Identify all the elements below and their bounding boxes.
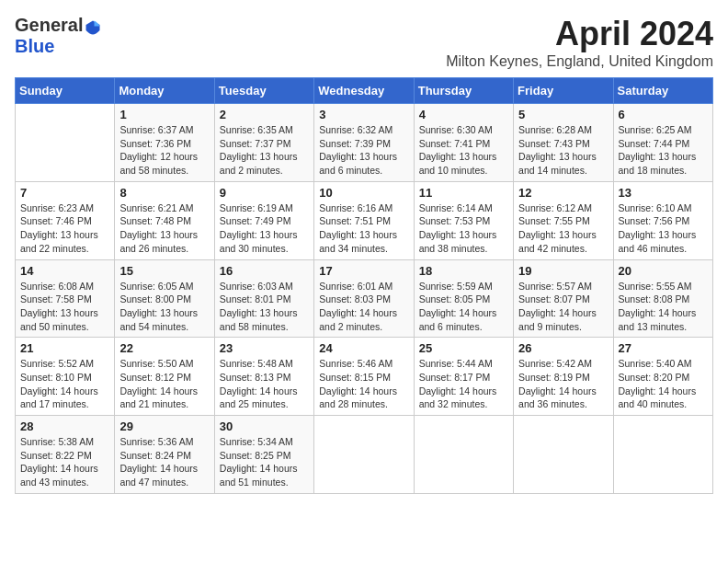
day-detail: Sunrise: 6:21 AMSunset: 7:48 PMDaylight:… xyxy=(119,201,209,256)
calendar-cell: 6Sunrise: 6:25 AMSunset: 7:44 PMDaylight… xyxy=(613,104,712,182)
day-detail: Sunrise: 6:28 AMSunset: 7:43 PMDaylight:… xyxy=(518,123,608,178)
day-number: 23 xyxy=(220,341,309,355)
calendar-week-row: 28Sunrise: 5:38 AMSunset: 8:22 PMDayligh… xyxy=(16,416,713,494)
day-number: 21 xyxy=(20,341,109,355)
day-detail: Sunrise: 6:03 AMSunset: 8:01 PMDaylight:… xyxy=(220,280,309,334)
day-detail: Sunrise: 5:50 AMSunset: 8:12 PMDaylight:… xyxy=(119,357,209,411)
day-detail: Sunrise: 6:01 AMSunset: 8:03 PMDaylight:… xyxy=(319,280,408,334)
day-number: 22 xyxy=(119,341,209,355)
calendar-cell: 24Sunrise: 5:46 AMSunset: 8:15 PMDayligh… xyxy=(314,338,414,416)
calendar-cell: 11Sunrise: 6:14 AMSunset: 7:53 PMDayligh… xyxy=(414,181,513,259)
day-detail: Sunrise: 5:34 AMSunset: 8:25 PMDaylight:… xyxy=(220,435,309,489)
calendar-week-row: 7Sunrise: 6:23 AMSunset: 7:46 PMDaylight… xyxy=(16,181,713,259)
calendar-cell: 9Sunrise: 6:19 AMSunset: 7:49 PMDaylight… xyxy=(214,181,313,259)
day-detail: Sunrise: 5:48 AMSunset: 8:13 PMDaylight:… xyxy=(220,357,309,411)
calendar-cell: 3Sunrise: 6:32 AMSunset: 7:39 PMDaylight… xyxy=(314,104,414,182)
day-detail: Sunrise: 5:44 AMSunset: 8:17 PMDaylight:… xyxy=(419,357,508,411)
logo-icon xyxy=(85,19,101,36)
calendar-cell: 4Sunrise: 6:30 AMSunset: 7:41 PMDaylight… xyxy=(414,104,513,182)
logo-text: General xyxy=(15,15,101,36)
calendar-table: SundayMondayTuesdayWednesdayThursdayFrid… xyxy=(15,77,713,494)
calendar-cell: 29Sunrise: 5:36 AMSunset: 8:24 PMDayligh… xyxy=(115,416,214,494)
calendar-week-row: 21Sunrise: 5:52 AMSunset: 8:10 PMDayligh… xyxy=(16,338,713,416)
day-number: 29 xyxy=(119,419,209,433)
day-of-week-header: Tuesday xyxy=(214,78,313,104)
day-detail: Sunrise: 6:37 AMSunset: 7:36 PMDaylight:… xyxy=(119,123,209,178)
day-detail: Sunrise: 6:19 AMSunset: 7:49 PMDaylight:… xyxy=(220,201,309,256)
calendar-cell: 18Sunrise: 5:59 AMSunset: 8:05 PMDayligh… xyxy=(414,259,513,338)
day-number: 30 xyxy=(220,419,309,433)
day-detail: Sunrise: 5:52 AMSunset: 8:10 PMDaylight:… xyxy=(20,357,109,411)
calendar-cell: 12Sunrise: 6:12 AMSunset: 7:55 PMDayligh… xyxy=(514,181,613,259)
day-of-week-header: Saturday xyxy=(613,78,712,104)
day-number: 8 xyxy=(119,186,209,200)
day-number: 7 xyxy=(20,186,109,200)
day-number: 26 xyxy=(518,341,608,355)
calendar-body: 1Sunrise: 6:37 AMSunset: 7:36 PMDaylight… xyxy=(16,104,713,494)
day-detail: Sunrise: 6:23 AMSunset: 7:46 PMDaylight:… xyxy=(20,201,109,256)
day-number: 6 xyxy=(619,108,708,121)
day-of-week-header: Friday xyxy=(514,78,613,104)
page-header: General Blue April 2024 Milton Keynes, E… xyxy=(15,15,713,70)
title-block: April 2024 Milton Keynes, England, Unite… xyxy=(446,15,713,70)
day-of-week-header: Thursday xyxy=(414,78,513,104)
day-detail: Sunrise: 5:42 AMSunset: 8:19 PMDaylight:… xyxy=(518,357,608,411)
day-detail: Sunrise: 5:57 AMSunset: 8:07 PMDaylight:… xyxy=(518,280,608,334)
calendar-week-row: 1Sunrise: 6:37 AMSunset: 7:36 PMDaylight… xyxy=(16,104,713,182)
logo-general: General xyxy=(15,15,83,35)
day-number: 13 xyxy=(619,186,708,200)
calendar-cell: 10Sunrise: 6:16 AMSunset: 7:51 PMDayligh… xyxy=(314,181,414,259)
calendar-cell: 27Sunrise: 5:40 AMSunset: 8:20 PMDayligh… xyxy=(613,338,712,416)
calendar-cell: 28Sunrise: 5:38 AMSunset: 8:22 PMDayligh… xyxy=(16,416,115,494)
calendar-cell: 26Sunrise: 5:42 AMSunset: 8:19 PMDayligh… xyxy=(514,338,613,416)
day-detail: Sunrise: 5:59 AMSunset: 8:05 PMDaylight:… xyxy=(419,280,508,334)
day-detail: Sunrise: 6:08 AMSunset: 7:58 PMDaylight:… xyxy=(20,280,109,334)
calendar-cell: 1Sunrise: 6:37 AMSunset: 7:36 PMDaylight… xyxy=(115,104,214,182)
calendar-cell: 22Sunrise: 5:50 AMSunset: 8:12 PMDayligh… xyxy=(115,338,214,416)
calendar-cell: 13Sunrise: 6:10 AMSunset: 7:56 PMDayligh… xyxy=(613,181,712,259)
calendar-cell: 7Sunrise: 6:23 AMSunset: 7:46 PMDaylight… xyxy=(16,181,115,259)
day-number: 4 xyxy=(419,108,508,121)
day-number: 28 xyxy=(20,419,109,433)
calendar-week-row: 14Sunrise: 6:08 AMSunset: 7:58 PMDayligh… xyxy=(16,259,713,338)
day-detail: Sunrise: 6:14 AMSunset: 7:53 PMDaylight:… xyxy=(419,201,508,256)
day-number: 5 xyxy=(518,108,608,121)
day-detail: Sunrise: 5:40 AMSunset: 8:20 PMDaylight:… xyxy=(619,357,708,411)
calendar-cell: 16Sunrise: 6:03 AMSunset: 8:01 PMDayligh… xyxy=(214,259,313,338)
day-of-week-header: Monday xyxy=(115,78,214,104)
day-of-week-header: Wednesday xyxy=(314,78,414,104)
calendar-cell xyxy=(16,104,115,182)
day-number: 25 xyxy=(419,341,508,355)
calendar-cell: 20Sunrise: 5:55 AMSunset: 8:08 PMDayligh… xyxy=(613,259,712,338)
day-number: 17 xyxy=(319,264,408,278)
calendar-cell xyxy=(314,416,414,494)
day-of-week-header: Sunday xyxy=(16,78,115,104)
day-number: 19 xyxy=(518,264,608,278)
day-detail: Sunrise: 6:05 AMSunset: 8:00 PMDaylight:… xyxy=(119,280,209,334)
calendar-cell: 17Sunrise: 6:01 AMSunset: 8:03 PMDayligh… xyxy=(314,259,414,338)
location: Milton Keynes, England, United Kingdom xyxy=(446,53,713,70)
day-number: 9 xyxy=(220,186,309,200)
day-number: 16 xyxy=(220,264,309,278)
day-number: 3 xyxy=(319,108,408,121)
day-detail: Sunrise: 6:35 AMSunset: 7:37 PMDaylight:… xyxy=(220,123,309,178)
day-number: 24 xyxy=(319,341,408,355)
day-detail: Sunrise: 6:25 AMSunset: 7:44 PMDaylight:… xyxy=(619,123,708,178)
day-number: 27 xyxy=(619,341,708,355)
calendar-cell: 8Sunrise: 6:21 AMSunset: 7:48 PMDaylight… xyxy=(115,181,214,259)
month-title: April 2024 xyxy=(446,15,713,53)
day-detail: Sunrise: 5:36 AMSunset: 8:24 PMDaylight:… xyxy=(119,435,209,489)
day-number: 11 xyxy=(419,186,508,200)
header-row: SundayMondayTuesdayWednesdayThursdayFrid… xyxy=(16,78,713,104)
day-number: 2 xyxy=(220,108,309,121)
day-detail: Sunrise: 6:32 AMSunset: 7:39 PMDaylight:… xyxy=(319,123,408,178)
day-number: 14 xyxy=(20,264,109,278)
calendar-cell: 21Sunrise: 5:52 AMSunset: 8:10 PMDayligh… xyxy=(16,338,115,416)
logo-blue: Blue xyxy=(15,36,54,57)
calendar-cell xyxy=(613,416,712,494)
day-number: 15 xyxy=(119,264,209,278)
calendar-cell: 14Sunrise: 6:08 AMSunset: 7:58 PMDayligh… xyxy=(16,259,115,338)
day-detail: Sunrise: 6:12 AMSunset: 7:55 PMDaylight:… xyxy=(518,201,608,256)
calendar-header: SundayMondayTuesdayWednesdayThursdayFrid… xyxy=(16,78,713,104)
calendar-cell: 5Sunrise: 6:28 AMSunset: 7:43 PMDaylight… xyxy=(514,104,613,182)
